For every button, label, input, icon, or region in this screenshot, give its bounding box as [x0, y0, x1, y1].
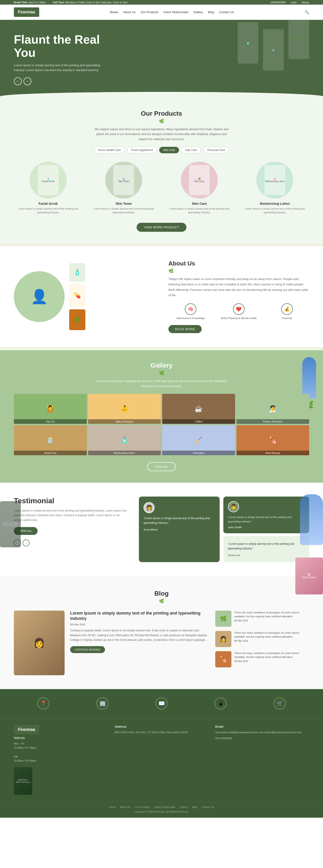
nav-link-blog[interactable]: Blog: [208, 10, 214, 14]
gallery-grid: 💆 Hair Oil 👶 Baby-Shampoo ☕ Coffee 🧖 Par…: [14, 394, 309, 455]
nav-link-products[interactable]: Our Products: [141, 10, 159, 14]
gallery-view-all-button[interactable]: VIEW ALL: [147, 462, 175, 471]
gallery-label-1: Hair Oil: [14, 419, 87, 424]
blog-side-text-content-3: There are many variations of passages of…: [234, 651, 309, 659]
logo[interactable]: Feonnaa: [14, 7, 39, 17]
signup-link[interactable]: Signup: [301, 1, 309, 4]
testimonial-avatar-1: 👩: [143, 502, 155, 513]
nav-link-about[interactable]: About Us: [123, 10, 135, 14]
testimonial-name-1: Anna Wood: [143, 528, 215, 531]
blog-side-item-3: 🍖 There are many variations of passages …: [215, 651, 309, 668]
read-more-button[interactable]: READ MORE: [168, 325, 202, 333]
footer-masala-product: FEONNAAMEAT MASALA: [14, 767, 32, 795]
hero-prev-arrow[interactable]: ←: [14, 78, 22, 85]
product-card-2: 💧Skin Toner Skin Toner Lorem Ipsum is si…: [90, 162, 158, 214]
footer-nav-products[interactable]: Our Products: [135, 806, 150, 808]
product-filters: Home Health Care Food Supplement Skin Ca…: [14, 147, 309, 153]
filter-skin-care[interactable]: Skin Care: [159, 147, 179, 153]
blog-leaf: 🌿: [14, 598, 309, 604]
gallery-item-4: 🧖 Parlour Shampoo: [236, 394, 310, 424]
about-feature-3: 💰 Financial: [265, 303, 309, 319]
footer-nav-about[interactable]: About Us: [120, 806, 130, 808]
product-circle-2: 💧Skin Toner: [105, 162, 142, 198]
awareness-label: Awareness & Knowledge: [168, 317, 213, 319]
testimonial-left: Testimonial Lorem Ipsum is simply dummy …: [14, 497, 127, 547]
blog-side-item-2: 👩 There are many variations of passages …: [215, 631, 309, 647]
testimonial-cards: 👩 "Lorem ipsum is simply dummy text of t…: [139, 497, 309, 562]
blog-main-post: 👩 Lorem Ipsum is simply dummy text of th…: [14, 611, 208, 675]
footer-email-icon: ✉️: [156, 698, 167, 709]
about-feature-2: ❤️ Better Physical & Mental Health: [217, 303, 261, 319]
gallery-label-8: Meat Masala: [236, 451, 310, 455]
hero-next-arrow[interactable]: →: [24, 78, 31, 85]
gallery-leaf: 🌿: [14, 371, 309, 376]
testimonial-quote-2: "Lorem ipsum is simply dummy text of the…: [228, 515, 304, 524]
call-number: 18002003904: [270, 1, 286, 4]
about-person-circle: 👤: [14, 271, 65, 322]
testimonial-name-2: John Smith: [228, 526, 304, 529]
product-name-3: Skin Care: [165, 202, 234, 206]
footer-nav-home[interactable]: Home: [109, 806, 116, 808]
footer-nav-blog[interactable]: Blog: [192, 806, 197, 808]
testimonial-avatar-2: 👨: [228, 501, 239, 512]
filter-personal-care[interactable]: Personal Care: [203, 147, 229, 153]
filter-food-supplement[interactable]: Food Supplement: [127, 147, 157, 153]
testimonial-next-arrow[interactable]: →: [23, 539, 30, 547]
search-icon[interactable]: 🔍: [304, 10, 309, 14]
gallery-item-3: ☕ Coffee: [162, 394, 235, 424]
footer-email-col: Email accountfeonnaa@lannaasearchcenter.…: [215, 725, 309, 795]
about-image-area: 👤 🧴 💊 🌿: [14, 263, 155, 330]
footer-address-content: MECCOM Centre, 5th Floor, 7/7 Nehru Plac…: [115, 730, 208, 735]
footer-phone-item: 📱: [215, 698, 227, 711]
footer-icons-row: 📍 🏢 ✉️ 📱 🛒: [0, 689, 323, 718]
about-features: 🧠 Awareness & Knowledge ❤️ Better Physic…: [168, 303, 309, 319]
continue-reading-button[interactable]: CONTINUE READING: [70, 646, 105, 653]
product-circle-3: 🌿Skin Care: [181, 162, 218, 198]
about-product-mini-2: 💊: [69, 284, 85, 307]
products-section: Our Products 🌿 We respect nature and str…: [0, 98, 323, 243]
testimonial-card-2: 👨 "Lorem ipsum is simply dummy text of t…: [223, 497, 309, 533]
footer-address-col: Address MECCOM Centre, 5th Floor, 7/7 Ne…: [115, 725, 208, 795]
footer-nav-contact[interactable]: Contact Us: [202, 806, 214, 808]
gallery-item-5: 🍵 Herbal Tea: [14, 425, 87, 455]
filter-hair-care[interactable]: Hair Care: [181, 147, 201, 153]
footer-nav-testimonials[interactable]: Client Testimonials: [154, 806, 175, 808]
gallery-label-3: Coffee: [162, 419, 235, 424]
blog-side-date-2: 9th Mar 2018: [234, 640, 309, 642]
footer-email-heading: Email: [215, 725, 309, 728]
product-card-4: 🌸Moisturising Lotion Moisturising Lotion…: [240, 162, 310, 214]
blog-side-img-2: 👩: [215, 631, 231, 647]
footer-phone-number: 033-46006939: [215, 736, 309, 741]
brush-stroke-1: [0, 243, 323, 246]
nav-link-testimonials[interactable]: Client Testimonials: [163, 10, 188, 14]
health-icon: ❤️: [233, 303, 245, 315]
view-more-products-button[interactable]: VIEW MORE PRODUCT: [137, 223, 186, 232]
nav-link-gallery[interactable]: Gallery: [193, 10, 203, 14]
products-leaf: 🌿: [14, 119, 309, 124]
hero-products: 🧴 💧 🌿: [238, 22, 309, 71]
product-circle-4: 🌸Moisturising Lotion: [256, 162, 293, 198]
blog-side-text-content-2: There are many variations of passages of…: [234, 631, 309, 639]
about-description: Today's life styles make us more machine…: [168, 276, 309, 298]
brush-stroke-2: [0, 347, 323, 350]
product-name-1: Facial Scrub: [14, 202, 83, 206]
hero-product-2: 💧: [263, 29, 284, 71]
product-desc-1: Lorem Ipsum is simply dummy text of the …: [14, 207, 83, 214]
blog-main-title: Lorem Ipsum is simply dummy text of the …: [70, 611, 208, 621]
gallery-title: Gallery: [14, 362, 309, 369]
product-name-4: Moisturising Lotion: [240, 202, 310, 206]
filter-home-health[interactable]: Home Health Care: [94, 147, 125, 153]
gallery-item-2: 👶 Baby-Shampoo: [88, 394, 161, 424]
login-link[interactable]: Login: [290, 1, 297, 4]
nav-link-home[interactable]: Home: [110, 10, 118, 14]
gallery-label-7: Detergent: [162, 451, 235, 455]
product-desc-2: Lorem Ipsum is simply dummy text of the …: [90, 207, 158, 214]
footer-copyright: Copyright © 2019 Feonnaa. All Rights Res…: [0, 810, 323, 818]
blog-main-date: 9th Mar 2018: [70, 623, 208, 626]
testimonial-name-3: Sarah Lee: [228, 554, 304, 557]
testimonial-quote-3: "Lorem ipsum is simply dummy text of the…: [228, 541, 304, 551]
gallery-item-1: 💆 Hair Oil: [14, 394, 87, 424]
navigation: Feonnaa Home About Us Our Products Clien…: [0, 5, 323, 20]
footer-nav-gallery[interactable]: Gallery: [180, 806, 188, 808]
nav-link-contact[interactable]: Contact Us: [219, 10, 234, 14]
